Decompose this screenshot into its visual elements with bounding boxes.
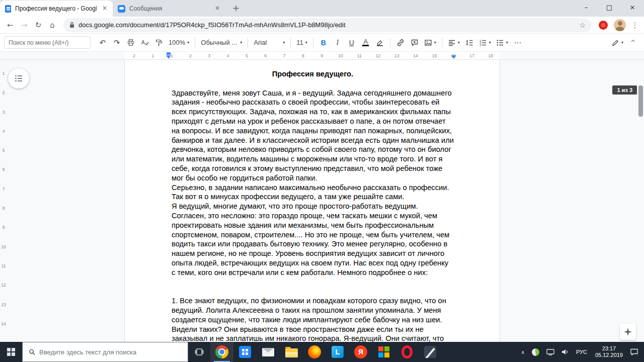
editing-mode-dropdown[interactable]: ▾	[609, 36, 626, 49]
zoom-dropdown[interactable]: 100% ▾	[166, 36, 192, 49]
folder-icon	[285, 348, 298, 357]
reload-icon[interactable]: ↻	[31, 18, 45, 32]
maximize-button[interactable]: □	[598, 0, 621, 16]
insert-image-icon	[424, 39, 432, 47]
ruler-mark: 15	[425, 53, 444, 58]
collapse-controls-icon[interactable]: ^	[626, 36, 639, 49]
document-paragraph[interactable]: Серьезно, в задании написано максимально…	[172, 183, 454, 202]
close-button[interactable]: ×	[621, 0, 644, 16]
redo-icon[interactable]: ↷	[110, 36, 123, 49]
font-size-dropdown[interactable]: 11 ▾	[294, 36, 310, 49]
show-outline-button[interactable]	[8, 68, 29, 88]
volume-icon[interactable]	[558, 342, 572, 362]
line-spacing-icon[interactable]	[463, 36, 476, 49]
taskbar-app-yandex[interactable]: Я	[349, 342, 372, 362]
italic-button[interactable]: I	[331, 36, 344, 49]
bookmark-star-icon[interactable]: ☆	[579, 21, 586, 29]
ruler-mark: 11	[350, 53, 369, 58]
spellcheck-icon[interactable]: A	[138, 36, 151, 49]
taskbar-app-chrome[interactable]	[210, 342, 233, 362]
numbered-list-dropdown[interactable]: 123 ▾	[476, 36, 494, 49]
document-area: 1234567891011121314 Профессия ведущего. …	[0, 60, 644, 342]
more-options-icon[interactable]: ⋯	[511, 36, 524, 49]
highlight-color-icon[interactable]	[373, 36, 386, 49]
menu-search-input[interactable]	[4, 36, 91, 49]
bulleted-list-dropdown[interactable]: ▾	[494, 36, 511, 49]
ruler-mark: 1	[163, 53, 181, 58]
ruler-mark: 2	[125, 53, 143, 58]
chevron-down-icon: ▾	[434, 40, 436, 45]
paragraph-style-dropdown[interactable]: Обычный ... ▾	[198, 36, 245, 49]
new-tab-button[interactable]: +	[228, 1, 244, 16]
taskbar-app-explorer[interactable]	[280, 342, 303, 362]
ruler-mark: 6	[256, 53, 275, 58]
paint-format-icon[interactable]	[152, 36, 166, 49]
taskbar-app-store[interactable]	[233, 342, 257, 362]
vruler-mark: 5	[0, 148, 7, 167]
explore-button[interactable]	[620, 324, 636, 340]
ruler-mark: 17	[462, 53, 481, 58]
vruler-mark: 12	[0, 283, 7, 302]
left-indent-marker[interactable]	[166, 55, 171, 59]
chevron-down-icon: ▾	[458, 40, 460, 45]
taskbar-app-mail[interactable]	[257, 342, 280, 362]
language-indicator[interactable]: РУС	[572, 349, 591, 355]
extension-icon[interactable]	[599, 21, 608, 30]
task-view-button[interactable]	[188, 342, 210, 362]
ruler-mark: 9	[312, 53, 331, 58]
home-icon[interactable]: ⌂	[45, 18, 59, 32]
chat-favicon	[118, 5, 125, 13]
minimize-button[interactable]: –	[575, 0, 598, 16]
forward-icon[interactable]: →	[17, 18, 31, 32]
browser-menu-icon[interactable]: ⋮	[629, 21, 641, 30]
horizontal-ruler[interactable]: 21123456789101112131415161718	[0, 52, 644, 60]
taskbar-search-input[interactable]	[39, 348, 182, 356]
document-paragraph[interactable]: Я ведущий, многие думают, что это проще …	[172, 202, 454, 277]
profile-avatar[interactable]	[614, 19, 626, 31]
print-icon[interactable]	[124, 36, 137, 49]
windows-taskbar: L Я ∧ РУС 23:17 05.12.2019	[0, 342, 644, 362]
taskbar-app-l[interactable]: L	[326, 342, 349, 362]
google-docs-favicon	[5, 5, 11, 13]
yandex-icon: Я	[354, 345, 367, 358]
underline-button[interactable]: U	[345, 36, 358, 49]
taskbar-app-opera[interactable]	[395, 342, 419, 362]
toolbar-divider	[313, 38, 313, 48]
clock[interactable]: 23:17 05.12.2019	[591, 345, 627, 358]
start-button[interactable]	[0, 342, 22, 362]
toolbar-divider	[248, 38, 248, 48]
url-text[interactable]: docs.google.com/document/d/17P5OR4ckp_fS…	[78, 21, 575, 29]
document-page[interactable]: Профессия ведущего. Здравствуйте, меня з…	[124, 60, 500, 342]
taskbar-app-firefox[interactable]	[303, 342, 326, 362]
taskbar-app-grid[interactable]	[372, 342, 395, 362]
first-line-indent-marker[interactable]	[167, 52, 171, 55]
ruler-mark: 18	[481, 53, 500, 58]
font-dropdown[interactable]: Arial ▾	[251, 36, 287, 49]
insert-image-dropdown[interactable]: ▾	[422, 36, 439, 49]
insert-comment-icon[interactable]	[408, 36, 421, 49]
align-dropdown[interactable]: ▾	[445, 36, 462, 49]
taskbar-app-unknown[interactable]	[419, 342, 442, 362]
tray-app-icon[interactable]	[528, 342, 543, 362]
document-paragraph[interactable]: 1. Все знают ведущих, по физиономии и по…	[172, 296, 454, 342]
document-paragraph[interactable]: Здравствуйте, меня зовут Саша, и я - вед…	[172, 88, 454, 183]
undo-icon[interactable]: ↶	[96, 36, 109, 49]
url-bar[interactable]: docs.google.com/document/d/17P5OR4ckp_fS…	[63, 18, 592, 32]
action-center-icon[interactable]	[627, 342, 641, 362]
tab-docs[interactable]: Профессия ведущего - Google ×	[0, 1, 113, 17]
network-icon[interactable]	[543, 342, 558, 362]
tab-close-icon[interactable]: ×	[101, 5, 109, 13]
vertical-scrollbar[interactable]	[638, 85, 643, 117]
taskbar-search[interactable]	[22, 342, 188, 362]
chrome-icon	[215, 345, 228, 358]
tab-close-icon[interactable]: ×	[213, 5, 221, 13]
insert-link-icon[interactable]	[394, 36, 407, 49]
right-indent-marker[interactable]	[451, 55, 456, 59]
text-color-button[interactable]: A	[359, 36, 372, 49]
ruler-mark: 13	[387, 53, 406, 58]
back-icon[interactable]: ←	[3, 18, 17, 32]
docs-toolbar: ↶ ↷ A 100% ▾ Обычный ... ▾ Arial ▾ 11 ▾ …	[0, 34, 644, 52]
tray-expand-icon[interactable]: ∧	[518, 342, 528, 362]
bold-button[interactable]: B	[317, 36, 330, 49]
tab-messages[interactable]: Сообщения ×	[113, 1, 225, 17]
